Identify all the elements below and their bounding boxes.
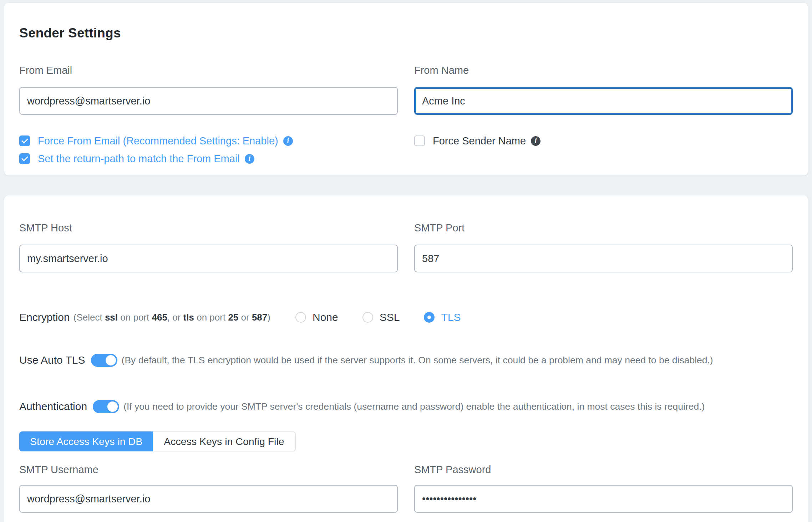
from-name-input[interactable] xyxy=(414,87,793,115)
tab-store-keys-in-db[interactable]: Store Access Keys in DB xyxy=(19,431,153,451)
force-sender-name-checkbox[interactable] xyxy=(414,135,425,146)
force-sender-name-row: Force Sender Name xyxy=(414,133,793,148)
info-icon[interactable] xyxy=(245,154,254,164)
radio-icon-tls-selected[interactable] xyxy=(424,312,435,323)
authentication-toggle[interactable] xyxy=(93,400,119,413)
auto-tls-description: (By default, the TLS encryption would be… xyxy=(122,355,713,366)
return-path-checkbox[interactable] xyxy=(19,153,30,164)
smtp-port-label: SMTP Port xyxy=(414,221,793,235)
smtp-connection-card: SMTP Host SMTP Port Encryption (Select s… xyxy=(4,195,808,522)
smtp-host-label: SMTP Host xyxy=(19,221,398,235)
smtp-password-input[interactable] xyxy=(414,485,793,513)
encryption-option-none[interactable]: None xyxy=(295,311,338,323)
sender-settings-card: Sender Settings From Email Force From Em… xyxy=(4,3,808,175)
tab-keys-in-config-file[interactable]: Access Keys in Config File xyxy=(153,431,295,451)
encryption-row: Encryption (Select ssl on port 465, or t… xyxy=(19,309,793,325)
smtp-password-column: SMTP Password xyxy=(414,463,793,513)
info-icon[interactable] xyxy=(531,136,541,146)
from-name-column: From Name Force Sender Name xyxy=(414,63,793,166)
smtp-username-column: SMTP Username xyxy=(19,463,398,513)
encryption-option-none-label: None xyxy=(313,311,338,323)
smtp-host-column: SMTP Host xyxy=(19,221,398,272)
smtp-username-input[interactable] xyxy=(19,485,398,513)
force-from-email-row: Force From Email (Recommended Settings: … xyxy=(19,133,398,148)
radio-icon-ssl[interactable] xyxy=(362,312,373,323)
return-path-label[interactable]: Set the return-path to match the From Em… xyxy=(38,152,240,166)
auto-tls-toggle[interactable] xyxy=(91,354,117,367)
smtp-port-column: SMTP Port xyxy=(414,221,793,272)
encryption-option-tls-label: TLS xyxy=(441,311,461,323)
auto-tls-row: Use Auto TLS (By default, the TLS encryp… xyxy=(19,352,793,368)
force-from-email-label[interactable]: Force From Email (Recommended Settings: … xyxy=(38,134,278,148)
from-email-column: From Email Force From Email (Recommended… xyxy=(19,63,398,166)
return-path-row: Set the return-path to match the From Em… xyxy=(19,151,398,166)
authentication-description: (If you need to provide your SMTP server… xyxy=(123,401,705,412)
from-email-label: From Email xyxy=(19,63,398,77)
info-icon[interactable] xyxy=(283,136,293,146)
encryption-label: Encryption xyxy=(19,311,70,323)
authentication-label: Authentication xyxy=(19,400,87,413)
auto-tls-label: Use Auto TLS xyxy=(19,354,85,366)
radio-icon-none[interactable] xyxy=(295,312,306,323)
encryption-hint: (Select ssl on port 465, or tls on port … xyxy=(73,312,270,323)
smtp-username-label: SMTP Username xyxy=(19,463,398,476)
from-name-label: From Name xyxy=(414,63,793,77)
force-from-email-checkbox[interactable] xyxy=(19,135,30,146)
encryption-option-tls[interactable]: TLS xyxy=(424,311,461,323)
key-storage-tabs: Store Access Keys in DB Access Keys in C… xyxy=(19,431,793,451)
smtp-host-input[interactable] xyxy=(19,245,398,272)
smtp-password-label: SMTP Password xyxy=(414,463,793,476)
smtp-port-input[interactable] xyxy=(414,245,793,272)
from-email-input[interactable] xyxy=(19,87,398,115)
force-sender-name-label[interactable]: Force Sender Name xyxy=(433,134,526,148)
sender-settings-title: Sender Settings xyxy=(19,26,793,41)
encryption-option-ssl[interactable]: SSL xyxy=(362,311,400,323)
authentication-row: Authentication (If you need to provide y… xyxy=(19,399,793,414)
encryption-option-ssl-label: SSL xyxy=(380,311,400,323)
